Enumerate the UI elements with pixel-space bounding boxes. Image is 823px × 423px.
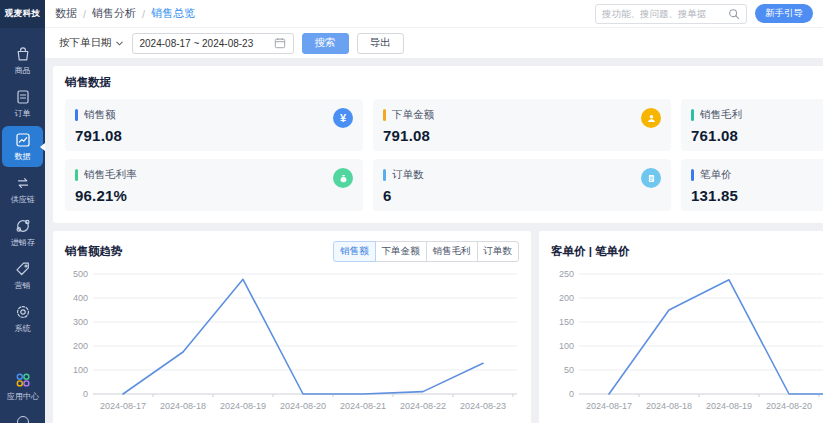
sidebar-item-营销[interactable]: 营销 xyxy=(2,255,43,296)
svg-text:2024-08-22: 2024-08-22 xyxy=(400,401,446,411)
gear-icon xyxy=(14,303,32,321)
sidebar-item-label: 数据 xyxy=(14,151,30,162)
card-accent-bar xyxy=(383,169,386,181)
stat-card-label: 笔单价 xyxy=(700,168,732,182)
stat-cards: 销售额¥791.08下单金额791.08销售毛利761.08销售毛利率96.21… xyxy=(65,99,823,211)
stat-card-笔单价: 笔单价131.85 xyxy=(681,159,823,211)
search-icon[interactable] xyxy=(728,8,740,20)
svg-text:150: 150 xyxy=(559,317,574,327)
sales-data-title: 销售数据 xyxy=(65,75,823,90)
stat-card-value: 6 xyxy=(383,187,661,204)
trend-metric-tabs: 销售额下单金额销售毛利订单数 xyxy=(333,241,519,262)
breadcrumb-separator: / xyxy=(142,8,145,20)
svg-text:100: 100 xyxy=(73,365,88,375)
sidebar: 观麦科技 商品订单数据供应链进销存营销系统 应用中心 xyxy=(0,0,45,423)
stat-card-销售毛利: 销售毛利761.08 xyxy=(681,99,823,151)
card-accent-bar xyxy=(691,169,694,181)
svg-text:50: 50 xyxy=(564,365,574,375)
export-button[interactable]: 导出 xyxy=(357,33,404,54)
sidebar-item-label: 营销 xyxy=(14,280,30,291)
stat-card-订单数: 订单数6 xyxy=(373,159,671,211)
unit-price-title: 客单价 | 笔单价 xyxy=(551,244,630,259)
active-item-notch xyxy=(40,143,45,151)
global-search[interactable] xyxy=(595,4,747,24)
stat-card-销售毛利率: 销售毛利率96.21% xyxy=(65,159,363,211)
sidebar-item-label: 供应链 xyxy=(10,194,34,205)
trend-tab-下单金额[interactable]: 下单金额 xyxy=(375,241,427,262)
stat-card-value: 96.21% xyxy=(75,187,353,204)
search-button[interactable]: 搜索 xyxy=(302,33,349,54)
app-logo: 观麦科技 xyxy=(0,0,45,28)
breadcrumb-item[interactable]: 销售总览 xyxy=(151,6,195,21)
sidebar-item-数据[interactable]: 数据 xyxy=(2,126,43,167)
stat-card-value: 791.08 xyxy=(383,127,661,144)
date-range-value: 2024-08-17 ~ 2024-08-23 xyxy=(140,38,270,49)
stat-card-value: 131.85 xyxy=(691,187,823,204)
card-accent-bar xyxy=(75,169,78,181)
topbar: 数据/销售分析/销售总览 新手引导 xyxy=(45,0,823,28)
svg-text:100: 100 xyxy=(559,341,574,351)
sidebar-item-label: 商品 xyxy=(14,65,30,76)
sidebar-item-商品[interactable]: 商品 xyxy=(2,40,43,81)
svg-text:2024-08-19: 2024-08-19 xyxy=(706,401,752,411)
sales-trend-title: 销售额趋势 xyxy=(65,244,123,259)
svg-text:2024-08-20: 2024-08-20 xyxy=(280,401,326,411)
svg-text:250: 250 xyxy=(559,269,574,279)
svg-text:200: 200 xyxy=(73,341,88,351)
breadcrumb-item[interactable]: 数据 xyxy=(55,6,77,21)
stat-card-value: 791.08 xyxy=(75,127,353,144)
svg-text:2024-08-17: 2024-08-17 xyxy=(100,401,146,411)
breadcrumb: 数据/销售分析/销售总览 xyxy=(55,6,195,21)
search-input[interactable] xyxy=(602,8,724,19)
sidebar-item-系统[interactable]: 系统 xyxy=(2,298,43,339)
date-type-select[interactable]: 按下单日期 xyxy=(59,36,124,50)
card-accent-bar xyxy=(75,109,78,121)
stat-card-label: 销售毛利 xyxy=(700,108,742,122)
chevron-down-icon xyxy=(115,39,124,48)
sales-trend-chart-panel: 销售额趋势 销售额下单金额销售毛利订单数 0100200300400500202… xyxy=(53,231,531,423)
sidebar-item-供应链[interactable]: 供应链 xyxy=(2,169,43,210)
card-accent-bar xyxy=(383,109,386,121)
stat-card-下单金额: 下单金额791.08 xyxy=(373,99,671,151)
date-range-input[interactable]: 2024-08-17 ~ 2024-08-23 xyxy=(132,33,294,54)
moneybag-circle-icon xyxy=(333,168,353,188)
svg-text:2024-08-20: 2024-08-20 xyxy=(766,401,812,411)
sidebar-item-label: 进销存 xyxy=(10,237,34,248)
svg-text:2024-08-18: 2024-08-18 xyxy=(646,401,692,411)
svg-text:0: 0 xyxy=(83,389,88,399)
sidebar-item-应用中心[interactable]: 应用中心 xyxy=(2,366,43,407)
svg-text:2024-08-19: 2024-08-19 xyxy=(220,401,266,411)
sidebar-nav: 商品订单数据供应链进销存营销系统 xyxy=(0,28,45,341)
stat-card-label: 下单金额 xyxy=(392,108,434,122)
sidebar-bottom: 应用中心 xyxy=(2,366,43,409)
breadcrumb-item[interactable]: 销售分析 xyxy=(92,6,136,21)
trend-tab-销售额[interactable]: 销售额 xyxy=(333,241,376,262)
bag-icon xyxy=(14,45,32,63)
svg-text:2024-08-18: 2024-08-18 xyxy=(160,401,206,411)
content-area: 销售数据 销售额¥791.08下单金额791.08销售毛利761.08销售毛利率… xyxy=(45,58,823,423)
trend-tab-订单数[interactable]: 订单数 xyxy=(477,241,520,262)
sidebar-item-label: 应用中心 xyxy=(6,391,38,402)
trend-tab-销售毛利[interactable]: 销售毛利 xyxy=(426,241,478,262)
date-type-label: 按下单日期 xyxy=(59,36,112,50)
user-circle-icon xyxy=(641,108,661,128)
newbie-guide-button[interactable]: 新手引导 xyxy=(755,4,813,23)
line-chart-icon xyxy=(14,131,32,149)
calendar-icon xyxy=(274,37,286,49)
tag-icon xyxy=(14,260,32,278)
svg-text:500: 500 xyxy=(73,269,88,279)
sales-data-panel: 销售数据 销售额¥791.08下单金额791.08销售毛利761.08销售毛利率… xyxy=(53,66,823,223)
sidebar-item-订单[interactable]: 订单 xyxy=(2,83,43,124)
inventory-icon xyxy=(14,217,32,235)
sidebar-item-进销存[interactable]: 进销存 xyxy=(2,212,43,253)
svg-text:300: 300 xyxy=(73,317,88,327)
unit-price-chart: 0501001502002502024-08-172024-08-182024-… xyxy=(551,266,823,416)
document-circle-icon xyxy=(641,168,661,188)
stat-card-销售额: 销售额¥791.08 xyxy=(65,99,363,151)
svg-text:200: 200 xyxy=(559,293,574,303)
sales-trend-chart: 01002003004005002024-08-172024-08-182024… xyxy=(65,266,519,416)
stat-card-label: 销售额 xyxy=(84,108,116,122)
sidebar-partial-avatar xyxy=(17,416,29,423)
svg-text:2024-08-17: 2024-08-17 xyxy=(586,401,632,411)
apps-icon xyxy=(14,371,32,389)
